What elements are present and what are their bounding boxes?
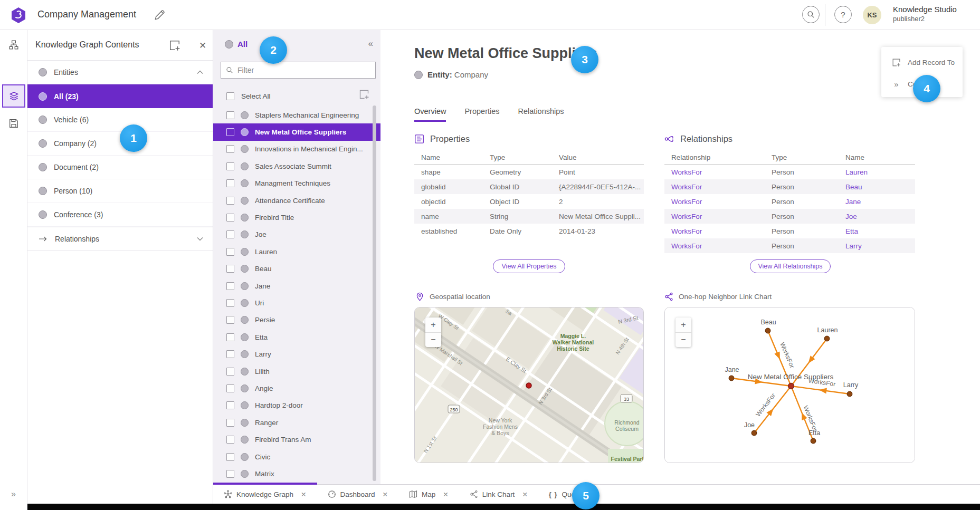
zoom-out-button[interactable]: − [425, 333, 441, 348]
list-item[interactable]: Angie [213, 380, 380, 397]
table-cell-link[interactable]: Jane [839, 198, 915, 206]
list-item[interactable]: New Metal Office Suppliers [213, 123, 380, 140]
list-item[interactable]: Jane [213, 277, 380, 294]
app-logo-icon[interactable] [10, 7, 27, 24]
item-checkbox[interactable] [226, 128, 234, 136]
close-tab-icon[interactable]: ✕ [383, 490, 388, 498]
tab-relationships[interactable]: Relationships [518, 107, 564, 122]
close-tab-icon[interactable]: ✕ [443, 490, 448, 498]
filter-input[interactable] [237, 66, 370, 74]
list-item[interactable]: Persie [213, 312, 380, 329]
list-item[interactable]: Staplers Mechanical Engineering [213, 107, 380, 123]
list-item[interactable]: Joe [213, 226, 380, 243]
list-item[interactable]: Sales Associate Summit [213, 158, 380, 175]
link-chart-node[interactable] [847, 391, 852, 397]
item-checkbox[interactable] [226, 401, 234, 409]
entity-type-all[interactable]: All (23) [27, 84, 213, 108]
list-item[interactable]: Ranger [213, 414, 380, 431]
item-checkbox[interactable] [226, 230, 234, 238]
link-chart-node[interactable] [729, 376, 734, 381]
bottom-tab-map[interactable]: Map✕ [398, 485, 459, 504]
zoom-in-button[interactable]: + [675, 317, 691, 333]
table-cell-link[interactable]: Joe [839, 213, 915, 220]
search-button[interactable] [802, 6, 820, 23]
table-cell-link[interactable]: Larry [839, 242, 915, 250]
record-location-marker[interactable] [526, 383, 531, 388]
item-checkbox[interactable] [226, 179, 234, 187]
entity-type-vehicle[interactable]: Vehicle (6) [27, 108, 213, 132]
item-checkbox[interactable] [226, 436, 234, 444]
entity-list-title[interactable]: All [225, 40, 248, 49]
bottom-tab-knowledge-graph[interactable]: Knowledge Graph✕ [213, 485, 317, 504]
table-cell-link[interactable]: WorksFor [664, 198, 765, 206]
item-checkbox[interactable] [226, 145, 234, 153]
close-panel-button[interactable]: ✕ [196, 39, 209, 52]
chevron-up-icon[interactable] [197, 70, 203, 74]
avatar[interactable]: KS [863, 6, 881, 24]
zoom-in-button[interactable]: + [425, 317, 441, 333]
expand-rail-button[interactable]: » [4, 488, 23, 501]
data-model-button[interactable] [2, 33, 25, 56]
link-chart-node[interactable] [788, 383, 794, 389]
close-tab-icon[interactable]: ✕ [301, 490, 306, 498]
list-item[interactable]: Uri [213, 294, 380, 311]
item-checkbox[interactable] [226, 265, 234, 273]
item-checkbox[interactable] [226, 350, 234, 358]
link-chart-node[interactable] [765, 328, 770, 333]
link-chart-node[interactable] [811, 438, 816, 444]
item-checkbox[interactable] [226, 333, 234, 341]
tab-properties[interactable]: Properties [464, 107, 499, 122]
view-all-relationships-button[interactable]: View All Relationships [750, 259, 831, 273]
item-checkbox[interactable] [226, 197, 234, 205]
list-item[interactable]: Hardtop 2-door [213, 397, 380, 414]
list-item[interactable]: Attendance Certificate [213, 192, 380, 209]
collapse-panel-icon[interactable]: « [368, 39, 373, 49]
list-item[interactable]: Managment Techniques [213, 175, 380, 192]
item-checkbox[interactable] [226, 248, 234, 256]
relationships-group-header[interactable]: Relationships [27, 227, 213, 251]
list-item[interactable]: Larry [213, 345, 380, 362]
table-cell-link[interactable]: WorksFor [664, 227, 765, 235]
edit-title-pencil-icon[interactable] [154, 9, 165, 21]
list-item[interactable]: Lauren [213, 243, 380, 260]
table-cell-link[interactable]: Lauren [839, 168, 915, 176]
item-checkbox[interactable] [226, 470, 234, 478]
chevron-down-icon[interactable] [197, 237, 203, 241]
select-all-checkbox[interactable] [226, 92, 234, 100]
entity-type-person[interactable]: Person (10) [27, 179, 213, 203]
add-record-icon[interactable] [359, 89, 369, 100]
item-checkbox[interactable] [226, 316, 234, 324]
link-chart-node[interactable] [751, 430, 757, 436]
entities-group-header[interactable]: Entities [27, 61, 213, 84]
view-all-properties-button[interactable]: View All Properties [493, 259, 565, 273]
bottom-tab-dashboard[interactable]: Dashboard✕ [317, 485, 399, 504]
item-checkbox[interactable] [226, 419, 234, 427]
list-scrollbar[interactable] [373, 105, 376, 481]
list-item[interactable]: Firebird Trans Am [213, 431, 380, 448]
item-checkbox[interactable] [226, 162, 234, 170]
help-button[interactable]: ? [834, 6, 852, 23]
item-checkbox[interactable] [226, 453, 234, 461]
zoom-out-button[interactable]: − [675, 333, 691, 348]
table-cell-link[interactable]: WorksFor [664, 242, 765, 250]
table-cell-link[interactable]: WorksFor [664, 183, 765, 191]
layers-button[interactable] [2, 84, 25, 108]
item-checkbox[interactable] [226, 214, 234, 222]
list-item[interactable]: Matrix [213, 465, 380, 482]
list-item[interactable]: Civic [213, 448, 380, 465]
tab-overview[interactable]: Overview [414, 107, 446, 122]
one-hop-link-chart[interactable]: WorksForWorksForWorksForWorksForNew Meta… [664, 307, 915, 463]
item-checkbox[interactable] [226, 299, 234, 307]
item-checkbox[interactable] [226, 384, 234, 392]
table-cell-link[interactable]: WorksFor [664, 213, 765, 220]
geospatial-map[interactable]: 25033 W Clay StSaN 3rd StMaggie L.Walker… [414, 307, 644, 463]
list-item[interactable]: Beau [213, 261, 380, 277]
item-checkbox[interactable] [226, 111, 234, 119]
entity-type-conference[interactable]: Conference (3) [27, 203, 213, 227]
add-to-new-button[interactable] [169, 40, 180, 51]
item-checkbox[interactable] [226, 368, 234, 376]
list-item[interactable]: Lilith [213, 363, 380, 380]
list-item[interactable]: Etta [213, 329, 380, 345]
save-button[interactable] [2, 112, 25, 135]
link-chart-node[interactable] [824, 336, 830, 341]
